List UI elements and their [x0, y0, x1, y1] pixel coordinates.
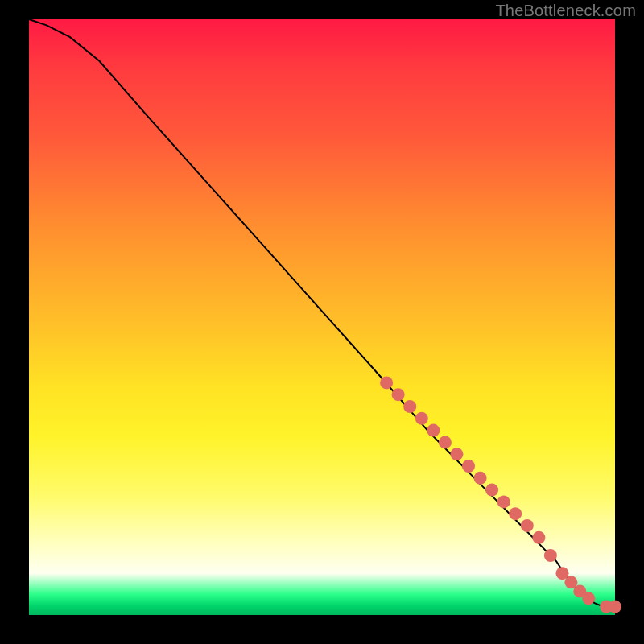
- marker-dot: [403, 400, 416, 413]
- marker-dot: [462, 460, 475, 473]
- marker-dot: [474, 472, 487, 485]
- attribution-label: TheBottleneck.com: [495, 2, 636, 20]
- marker-dot: [521, 519, 534, 532]
- marker-dot: [582, 592, 595, 605]
- marker-dot: [485, 484, 498, 497]
- marker-dot: [439, 436, 452, 448]
- marker-dot: [450, 448, 463, 460]
- chart-frame: TheBottleneck.com: [0, 0, 644, 644]
- marker-dot: [415, 412, 428, 425]
- marker-dot: [497, 495, 510, 508]
- marker-dot: [427, 424, 440, 437]
- curve-line: [29, 19, 615, 607]
- plot-area: [29, 19, 615, 615]
- marker-dot: [509, 507, 522, 520]
- marker-dot: [532, 531, 545, 544]
- marker-dot: [609, 601, 621, 613]
- marker-group: [380, 376, 621, 613]
- marker-dot: [544, 549, 557, 562]
- marker-dot: [392, 388, 405, 401]
- chart-svg: [29, 19, 615, 615]
- marker-dot: [380, 376, 393, 389]
